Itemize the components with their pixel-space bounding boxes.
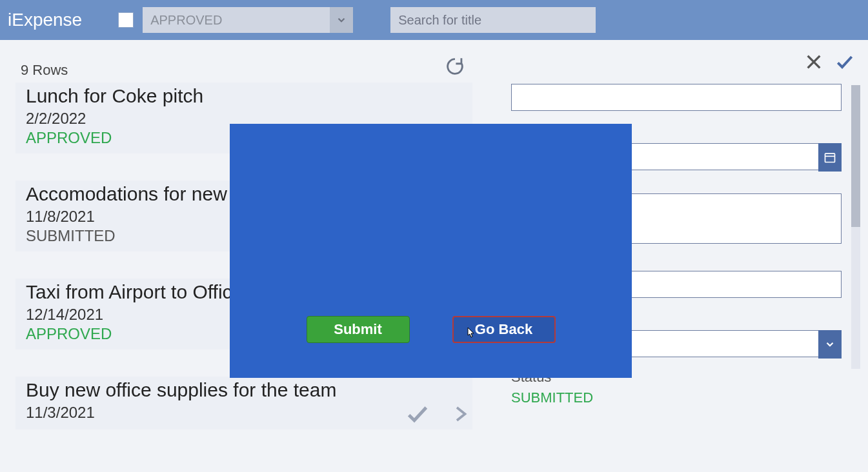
submit-button[interactable]: Submit xyxy=(307,316,410,343)
confirm-icon[interactable] xyxy=(833,52,856,72)
chevron-down-icon xyxy=(330,7,353,33)
list-item-title: Buy new office supplies for the team xyxy=(26,379,462,401)
svg-rect-0 xyxy=(825,153,835,162)
go-back-label: Go Back xyxy=(475,321,532,338)
status-filter-dropdown[interactable]: APPROVED xyxy=(143,7,353,33)
list-item-date: 11/3/2021 xyxy=(26,404,462,422)
rows-count-label: 9 Rows xyxy=(21,62,68,79)
field-title xyxy=(511,84,842,111)
search-input[interactable] xyxy=(390,7,596,33)
list-item-title: Lunch for Coke pitch xyxy=(26,85,462,107)
refresh-icon[interactable] xyxy=(444,55,466,77)
status-value: SUBMITTED xyxy=(511,389,842,406)
approve-icon[interactable] xyxy=(403,401,432,427)
chevron-right-icon[interactable] xyxy=(450,401,470,427)
close-icon[interactable] xyxy=(803,52,824,72)
app-title: iExpense xyxy=(8,10,82,30)
go-back-button[interactable]: Go Back xyxy=(452,316,556,343)
select-all-checkbox[interactable] xyxy=(118,12,134,28)
content-area: 9 Rows Lunch for Coke pitch 2/2/2022 APP… xyxy=(0,40,868,472)
status-filter-value: APPROVED xyxy=(150,13,222,28)
chevron-down-icon xyxy=(818,330,842,359)
modal-buttons: Submit Go Back xyxy=(230,316,632,343)
title-input[interactable] xyxy=(511,84,842,111)
confirm-modal: Submit Go Back xyxy=(230,124,632,378)
toolbar: 9 Rows xyxy=(0,40,868,83)
calendar-icon[interactable] xyxy=(818,143,842,172)
list-item-actions xyxy=(403,401,470,427)
header-bar: iExpense APPROVED xyxy=(0,0,868,40)
list-item[interactable]: Buy new office supplies for the team 11/… xyxy=(15,377,472,429)
